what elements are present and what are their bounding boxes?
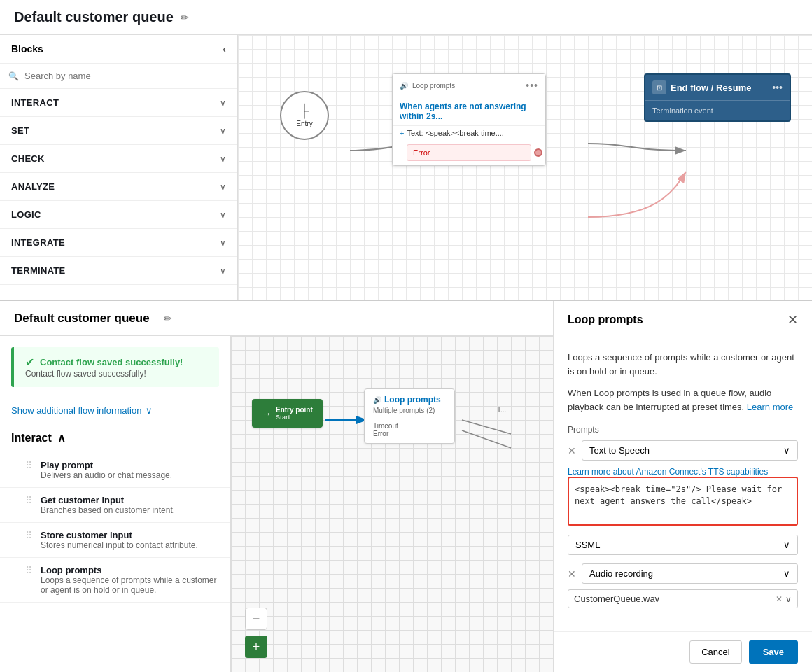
sidebar-category-label: SET: [11, 125, 29, 136]
right-panel: Loop prompts ✕ Loops a sequence of promp…: [553, 301, 812, 672]
sidebar-label: Blocks: [11, 43, 43, 55]
tts-capabilities-link[interactable]: Learn more about Amazon Connect's TTS ca…: [568, 467, 768, 477]
block-title: Store customer input: [41, 530, 198, 540]
sidebar-item-logic[interactable]: LOGIC ∨: [0, 201, 237, 229]
interact-header[interactable]: Interact ∧: [0, 423, 230, 453]
right-panel-title: Loop prompts: [568, 314, 643, 326]
entry-node: ├ Entry: [280, 91, 329, 140]
tts-dropdown[interactable]: Text to Speech ∨: [582, 440, 798, 461]
node-type-label: Loop prompts: [412, 82, 455, 90]
bottom-title: Default customer queue: [14, 312, 150, 326]
text-port-label: Text: <speak><break time....: [407, 129, 504, 137]
error-label: Error: [413, 148, 430, 157]
add-button[interactable]: +: [245, 636, 267, 658]
tts-text-input[interactable]: <speak><break time="2s"/> Please wait fo…: [568, 477, 798, 526]
block-get-customer-input[interactable]: ⠿ Get customer input Branches based on c…: [0, 488, 230, 523]
ssml-dropdown-icon: ∨: [783, 540, 790, 550]
top-canvas: ├ Entry 🔊 Loop prompts ••• When agents a…: [238, 35, 812, 300]
audio-row: ✕ Audio recording ∨: [568, 564, 798, 584]
sidebar-item-check[interactable]: CHECK ∨: [0, 145, 237, 173]
learn-more-link[interactable]: Learn more: [747, 402, 793, 412]
chevron-down-icon: ∨: [220, 182, 226, 192]
chevron-down-icon: ∨: [220, 98, 226, 108]
rp-description-2: When Loop prompts is used in a queue flo…: [568, 386, 798, 414]
block-desc: Loops a sequence of prompts while a cust…: [41, 575, 219, 595]
error-connector: [534, 148, 542, 157]
block-store-customer-input[interactable]: ⠿ Store customer input Stores numerical …: [0, 523, 230, 558]
sidebar-item-set[interactable]: SET ∨: [0, 117, 237, 145]
error-port: Error: [407, 144, 531, 161]
sidebar-item-integrate[interactable]: INTEGRATE ∨: [0, 229, 237, 257]
search-icon: 🔍: [8, 71, 19, 81]
search-box: 🔍: [0, 64, 237, 89]
collapse-icon[interactable]: ‹: [223, 43, 226, 55]
top-title: Default customer queue: [14, 9, 174, 25]
ssml-label: SSML: [575, 540, 600, 550]
sidebar-category-label: ANALYZE: [11, 181, 55, 192]
right-panel-header: Loop prompts ✕: [554, 301, 812, 340]
drag-handle-icon: ⠿: [25, 460, 32, 471]
prompts-label: Prompts: [568, 425, 798, 435]
tts-prompt-row: ✕ Text to Speech ∨: [568, 440, 798, 461]
end-flow-menu-icon[interactable]: •••: [772, 82, 783, 93]
audio-chevron-icon: ∨: [785, 594, 792, 604]
rp-description-1: Loops a sequence of prompts while a cust…: [568, 351, 798, 378]
sidebar-category-label: TERMINATE: [11, 265, 66, 276]
tts-dropdown-icon: ∨: [783, 445, 790, 456]
sidebar-item-terminate[interactable]: TERMINATE ∨: [0, 257, 237, 285]
chevron-down-icon: ∨: [220, 126, 226, 136]
mini-entry-sublabel: Start: [276, 414, 313, 421]
block-title: Loop prompts: [41, 565, 219, 575]
ssml-dropdown[interactable]: SSML ∨: [568, 535, 798, 555]
sidebar-category-label: CHECK: [11, 153, 45, 164]
block-desc: Branches based on customer intent.: [41, 505, 175, 515]
interact-label: Interact: [11, 432, 52, 444]
success-banner: ✔ Contact flow saved successfully! Conta…: [11, 347, 219, 387]
end-flow-node[interactable]: ⊡ End flow / Resume ••• Termination even…: [644, 74, 791, 122]
top-edit-icon[interactable]: ✏: [181, 12, 189, 23]
right-panel-body: Loops a sequence of prompts while a cust…: [554, 340, 812, 631]
speaker-small-icon: 🔊: [373, 396, 382, 404]
chevron-down-icon: ∨: [220, 238, 226, 248]
text-port: + Text: <speak><break time....: [393, 125, 545, 140]
mini-entry-node: → Entry point Start: [252, 399, 323, 428]
save-button[interactable]: Save: [749, 640, 798, 664]
remove-audio-file-button[interactable]: ✕: [776, 594, 783, 604]
chevron-down-icon: ∨: [220, 266, 226, 276]
tts-label: Text to Speech: [589, 445, 650, 456]
block-desc: Stores numerical input to contact attrib…: [41, 540, 198, 550]
audio-label: Audio recording: [589, 568, 653, 579]
mini-loop-node[interactable]: 🔊 Loop prompts Multiple prompts (2) Time…: [364, 388, 455, 444]
drag-handle-icon: ⠿: [25, 530, 32, 541]
chevron-down-icon: ∨: [220, 154, 226, 164]
end-flow-title: End flow / Resume: [671, 83, 752, 93]
node-menu-icon[interactable]: •••: [526, 80, 538, 91]
audio-dropdown[interactable]: Audio recording ∨: [582, 564, 798, 584]
sidebar-item-interact[interactable]: INTERACT ∨: [0, 89, 237, 117]
zoom-out-button[interactable]: −: [245, 608, 267, 630]
block-desc: Delivers an audio or chat message.: [41, 470, 172, 480]
audio-file-name: CustomerQueue.wav: [574, 594, 773, 604]
cancel-button[interactable]: Cancel: [690, 640, 741, 664]
error-label-mini: Error: [373, 430, 446, 438]
block-title: Get customer input: [41, 495, 175, 505]
sidebar: Blocks ‹ 🔍 INTERACT ∨ SET ∨ CHECK ∨ ANAL…: [0, 35, 238, 300]
drag-handle-icon: ⠿: [25, 565, 32, 576]
termination-label: T...: [497, 406, 506, 414]
success-check-icon: ✔: [25, 356, 34, 369]
block-loop-prompts[interactable]: ⠿ Loop prompts Loops a sequence of promp…: [0, 558, 230, 603]
remove-audio-button[interactable]: ✕: [568, 568, 576, 580]
search-input[interactable]: [24, 71, 229, 81]
block-play-prompt[interactable]: ⠿ Play prompt Delivers an audio or chat …: [0, 453, 230, 488]
remove-tts-button[interactable]: ✕: [568, 445, 576, 456]
ssml-row: SSML ∨: [568, 535, 798, 555]
loop-prompts-title: When agents are not answering within 2s.…: [393, 97, 545, 125]
entry-label: Entry: [296, 120, 312, 127]
sidebar-category-label: INTEGRATE: [11, 237, 65, 248]
loop-prompts-node[interactable]: 🔊 Loop prompts ••• When agents are not a…: [392, 74, 546, 166]
sidebar-item-analyze[interactable]: ANALYZE ∨: [0, 173, 237, 201]
close-button[interactable]: ✕: [788, 312, 798, 328]
show-flow-info[interactable]: Show additional flow information ∨: [0, 398, 230, 423]
bottom-edit-icon[interactable]: ✏: [164, 313, 172, 324]
chevron-down-icon: ∨: [220, 210, 226, 220]
